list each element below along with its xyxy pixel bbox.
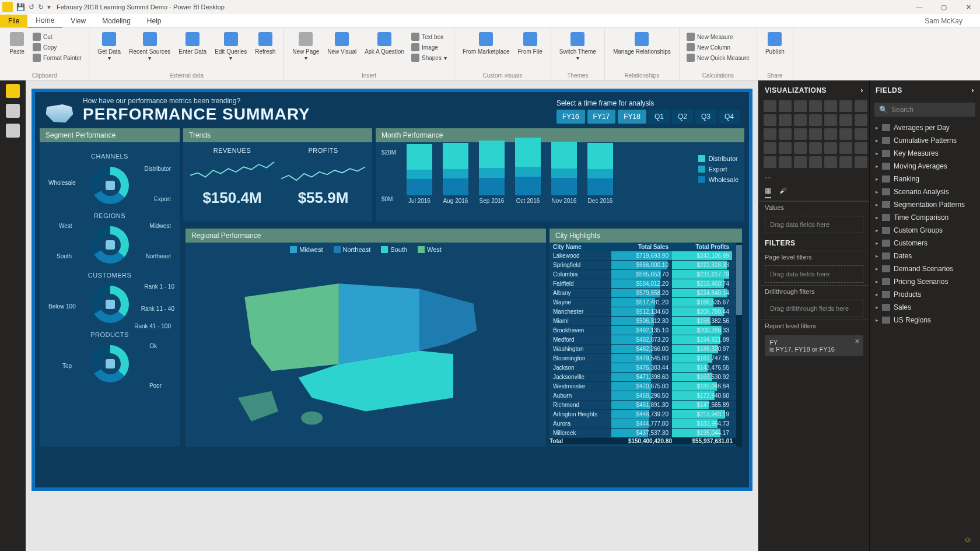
filter-chip-fy[interactable]: FY is FY17, FY18 or FY16 ✕ (765, 335, 863, 356)
view-tab[interactable]: View (62, 15, 94, 27)
field-table-item[interactable]: ▸Custom Groups (874, 224, 975, 237)
legend-item[interactable]: Wholesale (698, 176, 738, 183)
city-row[interactable]: Westminster$470,675.00$182,046.84 (550, 382, 742, 391)
city-row[interactable]: Richmond$461,891.30$147,565.89 (550, 401, 742, 410)
cut-button[interactable]: Cut (30, 32, 84, 41)
from-marketplace-button[interactable]: From Marketplace (459, 30, 513, 57)
city-row[interactable]: Fairfield$584,012.20$210,460.74 (550, 279, 742, 289)
city-row[interactable]: Auburn$468,296.50$172,940.60 (550, 391, 742, 401)
new-visual-button[interactable]: New Visual (324, 30, 360, 57)
ask-question-button[interactable]: Ask A Question (361, 30, 408, 57)
field-table-item[interactable]: ▸Segmentation Patterns (874, 198, 975, 211)
city-row[interactable]: Miami$506,312.30$156,382.56 (550, 317, 742, 326)
col-profits[interactable]: Total Profits (672, 243, 733, 251)
viz-type-icon[interactable] (824, 156, 837, 168)
timeframe-button-fy16[interactable]: FY16 (556, 110, 585, 124)
model-view-icon[interactable] (6, 124, 20, 138)
field-table-item[interactable]: ▸Time Comparison (874, 211, 975, 224)
city-row[interactable]: Medford$482,873.20$194,921.89 (550, 335, 742, 345)
city-row[interactable]: Brookhaven$492,135.10$200,289.33 (550, 326, 742, 335)
city-row[interactable]: Springfield$666,000.10$222,318.33 (550, 261, 742, 270)
city-row[interactable]: Albany$579,858.20$224,840.14 (550, 289, 742, 298)
timeframe-button-q1[interactable]: Q1 (649, 110, 670, 124)
viz-type-icon[interactable] (839, 142, 852, 154)
city-row[interactable]: Jackson$476,383.44$143,476.55 (550, 363, 742, 373)
new-quick-measure-button[interactable]: New Quick Measure (684, 53, 752, 62)
textbox-button[interactable]: Text box (409, 32, 449, 41)
viz-type-icon[interactable] (855, 156, 867, 168)
viz-type-icon[interactable] (839, 156, 852, 168)
viz-type-icon[interactable] (764, 114, 776, 126)
home-tab[interactable]: Home (27, 14, 62, 28)
month-bar[interactable]: Nov 2016 (550, 142, 579, 204)
field-table-item[interactable]: ▸Averages per Day (874, 121, 975, 134)
fields-tab-icon[interactable]: ▦ (765, 187, 771, 198)
image-button[interactable]: Image (409, 43, 449, 52)
shapes-button[interactable]: Shapes▾ (409, 53, 449, 62)
timeframe-button-fy17[interactable]: FY17 (587, 110, 616, 124)
field-table-item[interactable]: ▸Demand Scenarios (874, 262, 975, 275)
donut-customers[interactable] (92, 286, 129, 323)
field-table-item[interactable]: ▸Sales (874, 301, 975, 314)
viz-type-icon[interactable] (794, 100, 807, 112)
viz-type-icon[interactable] (794, 128, 807, 140)
city-row[interactable]: Aurora$444,777.80$183,994.73 (550, 419, 742, 429)
viz-type-icon[interactable] (764, 128, 776, 140)
viz-type-icon[interactable] (809, 114, 822, 126)
field-table-item[interactable]: ▸US Regions (874, 314, 975, 327)
page-filters-drop[interactable]: Drag data fields here (765, 265, 863, 283)
field-table-item[interactable]: ▸Pricing Scenarios (874, 275, 975, 288)
field-table-item[interactable]: ▸Moving Averages (874, 160, 975, 173)
timeframe-button-q2[interactable]: Q2 (672, 110, 693, 124)
city-row[interactable]: Arlington Heights$448,739.20$213,943.19 (550, 410, 742, 419)
viz-type-icon[interactable] (809, 156, 822, 168)
timeframe-button-q4[interactable]: Q4 (719, 110, 740, 124)
publish-button[interactable]: Publish (762, 30, 788, 57)
us-choropleth-map[interactable] (190, 257, 541, 431)
map-legend-item[interactable]: Midwest (290, 246, 323, 253)
viz-type-icon[interactable] (855, 142, 867, 154)
timeframe-button-fy18[interactable]: FY18 (618, 110, 646, 124)
qat-save-icon[interactable]: 💾 (16, 3, 25, 11)
donut-regions[interactable] (92, 226, 129, 264)
help-tab[interactable]: Help (139, 15, 170, 27)
report-view-icon[interactable] (6, 84, 20, 98)
qat-undo-icon[interactable]: ↺ (29, 3, 34, 11)
field-table-item[interactable]: ▸Ranking (874, 173, 975, 185)
table-scrollbar[interactable] (736, 243, 742, 447)
viz-type-icon[interactable] (779, 128, 792, 140)
file-menu[interactable]: File (0, 15, 27, 27)
viz-type-icon[interactable] (794, 156, 807, 168)
viz-type-icon[interactable] (824, 142, 837, 154)
field-table-item[interactable]: ▸Cumulative Patterns (874, 134, 975, 147)
feedback-smiley-icon[interactable]: ☺ (964, 535, 972, 544)
viz-type-icon[interactable] (839, 128, 852, 140)
copy-button[interactable]: Copy (30, 43, 84, 52)
city-row[interactable]: Lakewood$719,693.90$243,106.89 (550, 251, 742, 261)
viz-type-icon[interactable] (824, 114, 837, 126)
viz-type-icon[interactable] (764, 142, 776, 154)
map-legend-item[interactable]: Northeast (334, 246, 371, 253)
viz-type-icon[interactable] (779, 142, 792, 154)
qat-redo-icon[interactable]: ↻ (38, 3, 44, 11)
switch-theme-button[interactable]: Switch Theme▾ (556, 30, 600, 64)
month-bar[interactable]: Oct 2016 (513, 138, 542, 204)
user-name[interactable]: Sam McKay (925, 17, 963, 25)
field-table-item[interactable]: ▸Dates (874, 250, 975, 262)
format-painter-button[interactable]: Format Painter (30, 53, 84, 62)
manage-relationships-button[interactable]: Manage Relationships (610, 30, 674, 57)
modeling-tab[interactable]: Modeling (94, 15, 139, 27)
values-drop[interactable]: Drag data fields here (765, 216, 863, 233)
from-file-button[interactable]: From File (514, 30, 546, 57)
city-row[interactable]: Wayne$517,481.20$166,535.67 (550, 298, 742, 307)
viz-type-icon[interactable] (794, 114, 807, 126)
viz-type-icon[interactable] (855, 114, 867, 126)
viz-type-icon[interactable] (779, 114, 792, 126)
city-row[interactable]: Millcreek$437,537.30$195,044.17 (550, 429, 742, 438)
viz-type-icon[interactable] (855, 128, 867, 140)
city-row[interactable]: Jacksonville$471,398.60$163,530.92 (550, 373, 742, 382)
viz-type-icon[interactable] (809, 128, 822, 140)
col-city[interactable]: City Name (550, 243, 611, 251)
city-row[interactable]: Manchester$512,134.60$208,780.44 (550, 307, 742, 317)
recent-sources-button[interactable]: Recent Sources▾ (125, 30, 174, 64)
